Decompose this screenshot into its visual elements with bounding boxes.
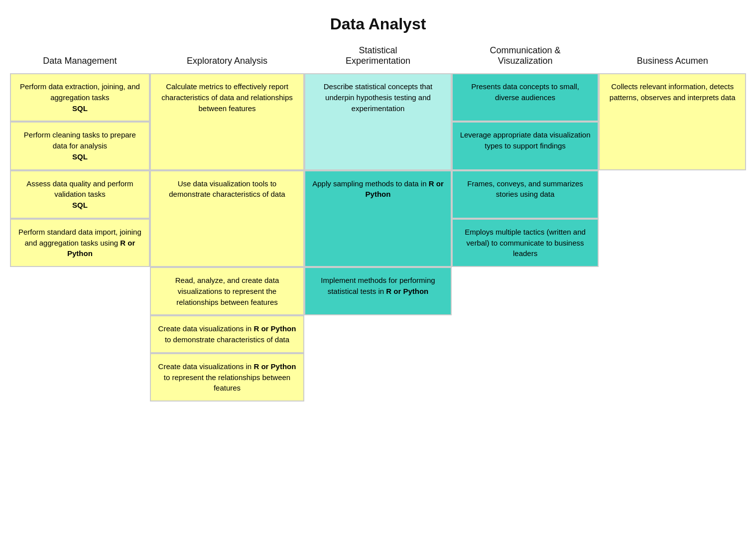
ba-empty-1: [599, 170, 746, 219]
cv-empty-2: [452, 315, 599, 353]
se-cell-2: Apply sampling methods to data in R or P…: [304, 170, 452, 267]
dm-cell-2: Perform cleaning tasks to prepare data f…: [10, 122, 150, 170]
dm-cell-1: Perform data extraction, joining, and ag…: [10, 73, 150, 122]
se-empty-2: [304, 353, 452, 401]
ea-cell-5: Create data visualizations in R or Pytho…: [150, 353, 304, 401]
table-row: Create data visualizations in R or Pytho…: [10, 353, 746, 401]
dm-empty-1: [10, 267, 150, 315]
col-header-statistical-experimentation: StatisticalExperimentation: [304, 42, 452, 73]
table-row: Create data visualizations in R or Pytho…: [10, 315, 746, 353]
col-header-communication-visualization: Communication &Visuzalization: [452, 42, 599, 73]
col-header-exploratory-analysis: Exploratory Analysis: [150, 42, 304, 73]
dm-empty-3: [10, 353, 150, 401]
cv-cell-1: Presents data concepts to small, diverse…: [452, 73, 599, 122]
dm-empty-2: [10, 315, 150, 353]
skills-grid: Data Management Exploratory Analysis Sta…: [10, 42, 746, 401]
se-cell-3: Implement methods for performing statist…: [304, 267, 452, 315]
page-title: Data Analyst: [10, 15, 746, 33]
ea-cell-1: Calculate metrics to effectively report …: [150, 73, 304, 170]
table-row: Perform data extraction, joining, and ag…: [10, 73, 746, 122]
ea-cell-2: Use data visualization tools to demonstr…: [150, 170, 304, 267]
cv-cell-3: Frames, conveys, and summarizes stories …: [452, 170, 599, 219]
ba-empty-5: [599, 353, 746, 401]
ea-cell-3: Read, analyze, and create data visualiza…: [150, 267, 304, 315]
dm-cell-4: Perform standard data import, joining an…: [10, 219, 150, 267]
se-empty-1: [304, 315, 452, 353]
cv-cell-2: Leverage appropriate data visualization …: [452, 122, 599, 170]
cv-empty-1: [452, 267, 599, 315]
col-header-business-acumen: Business Acumen: [599, 42, 746, 73]
table-row: Assess data quality and perform validati…: [10, 170, 746, 219]
col-header-data-management: Data Management: [10, 42, 150, 73]
se-cell-1: Describe statistical concepts that under…: [304, 73, 452, 170]
ba-empty-4: [599, 315, 746, 353]
ba-empty-3: [599, 267, 746, 315]
cv-empty-3: [452, 353, 599, 401]
ea-cell-4: Create data visualizations in R or Pytho…: [150, 315, 304, 353]
table-row: Read, analyze, and create data visualiza…: [10, 267, 746, 315]
ba-empty-2: [599, 219, 746, 267]
cv-cell-4: Employs multiple tactics (written and ve…: [452, 219, 599, 267]
dm-cell-3: Assess data quality and perform validati…: [10, 170, 150, 219]
ba-cell-1: Collects relevant information, detects p…: [599, 73, 746, 170]
